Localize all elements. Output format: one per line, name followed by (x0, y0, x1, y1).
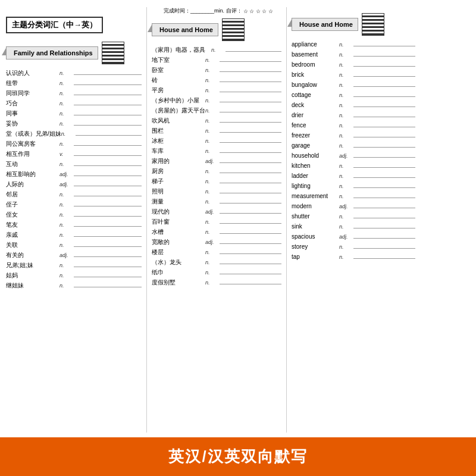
col1-line-5 (74, 125, 142, 126)
col3-list-item: basement n. (292, 51, 415, 59)
col2-header-label: House and Home (159, 26, 213, 33)
col2-chinese-22: 度假别墅 (152, 278, 205, 287)
col3-list-item: drier n. (292, 111, 415, 120)
col1-chinese-14: 侄女 (6, 211, 60, 219)
col3-pos-10: n. (339, 142, 352, 150)
col1-pos-16: n. (60, 231, 73, 239)
col2-list-item: 水槽 n. (152, 228, 281, 236)
col1-chinese-2: 同班同学 (6, 89, 60, 98)
col2-chinese-19: 楼层 (152, 248, 205, 256)
col2-chinese-13: 照明 (152, 187, 205, 196)
col1-line-9 (74, 165, 142, 166)
col2-chinese-4: （乡村中的）小屋 (152, 96, 205, 105)
col3-pos-15: n. (339, 193, 352, 201)
col2-list-item: 宽敞的 adj. (152, 238, 281, 246)
col2-list-item: 平房 n. (152, 86, 281, 95)
col3-list-item: garage n. (292, 142, 415, 150)
col2-list-item: （房屋的）露天平台 n. (152, 107, 281, 115)
col3-pos-5: n. (339, 92, 352, 99)
col2-pos-4: n. (205, 97, 218, 105)
col2-line-10 (220, 162, 281, 163)
col3-list-item: bedroom n. (292, 61, 415, 69)
col3-pos-13: n. (339, 173, 352, 180)
col3-pos-7: n. (339, 112, 352, 120)
col3-line-10 (353, 147, 415, 148)
col1-chinese-3: 巧合 (6, 99, 60, 108)
col2-line-1 (220, 71, 281, 72)
col2-chinese-12: 梯子 (152, 177, 205, 186)
col2-chinese-7: 围栏 (152, 127, 205, 135)
col3-header: House and Home (292, 13, 415, 36)
col3-line-14 (353, 187, 415, 188)
col2-pos-12: n. (205, 178, 218, 186)
col1-header-label: Family and Relationships (14, 49, 93, 57)
col2-list-item: 梯子 n. (152, 177, 281, 186)
col3-list-item: appliance n. (292, 40, 415, 49)
col1-chinese-8: 相互作用 (6, 150, 60, 158)
col3-pos-4: n. (339, 82, 352, 89)
col1-chinese-9: 互动 (6, 160, 60, 168)
col2-chinese-9: 车库 (152, 147, 205, 155)
col1-line-20 (74, 277, 142, 277)
col1-pos-13: n. (60, 201, 73, 209)
divider-1 (146, 7, 147, 433)
col2-line-9 (220, 152, 281, 153)
col3-english-1: basement (292, 51, 339, 59)
col2-line-11 (220, 173, 281, 173)
col3-list-item: shutter n. (292, 212, 415, 221)
col2-list-item: 卧室 n. (152, 66, 281, 74)
col2-list-item: 照明 n. (152, 187, 281, 196)
bottom-banner-text: 英汉/汉英双向默写 (168, 446, 307, 467)
col3-list-item: ladder n. (292, 172, 415, 180)
col2-line-3 (220, 92, 281, 92)
col2-sub-header-text: （家用）电器，器具 (152, 46, 211, 54)
col2-list-item: 吹风机 n. (152, 117, 281, 125)
col3-pos-9: n. (339, 132, 352, 140)
col3-list-item: measurement n. (292, 192, 415, 201)
col1-list-item: 继姐妹 n. (6, 281, 142, 290)
col1-pos-17: n. (60, 242, 73, 249)
col1-chinese-7: 同公寓房客 (6, 140, 60, 148)
col3-english-15: measurement (292, 192, 339, 201)
col1-pos-7: n. (60, 140, 73, 148)
col2-vocab-list: 地下室 n. 卧室 n. 砖 n. 平房 n. （乡村中的）小屋 n. （房屋的… (152, 56, 281, 287)
col1-list-item: 堂（或表）兄弟/姐妹 n. (6, 130, 142, 138)
col1-chinese-11: 人际的 (6, 180, 60, 189)
col3-list-item: deck n. (292, 101, 415, 109)
col2-pos-5: n. (205, 107, 218, 115)
col2-pos-14: n. (205, 198, 218, 206)
col3-list-item: sink n. (292, 223, 415, 231)
col1-list-item: 人际的 adj. (6, 180, 142, 189)
col1-line-8 (74, 155, 142, 156)
col3-list-item: cottage n. (292, 91, 415, 99)
col2-list-item: 砖 n. (152, 76, 281, 84)
col3-line-18 (353, 228, 415, 228)
col1-list-item: 同事 n. (6, 109, 142, 118)
col1-qr-code (102, 42, 124, 64)
col1-pos-3: n. (60, 100, 73, 108)
col3-line-20 (353, 248, 415, 249)
col1-pos-1: n. (60, 80, 73, 87)
col1-line-18 (74, 256, 142, 257)
col2-line-8 (220, 142, 281, 143)
col2-pos-2: n. (205, 77, 218, 84)
col2-pos-19: n. (205, 249, 218, 256)
col3-english-2: bedroom (292, 61, 339, 69)
col3-line-7 (353, 117, 415, 117)
col1-line-2 (74, 95, 142, 95)
col3-line-1 (353, 56, 415, 57)
col3-list-item: modern adj. (292, 202, 415, 211)
col1-chinese-4: 同事 (6, 109, 60, 118)
col3-english-0: appliance (292, 40, 339, 49)
col3-pos-19: adj. (339, 233, 352, 241)
col1-list-item: 妥协 n. (6, 120, 142, 128)
col2-list-item: （乡村中的）小屋 n. (152, 96, 281, 105)
col2-chinese-11: 厨房 (152, 167, 205, 176)
col2-chinese-21: 纸巾 (152, 268, 205, 277)
content-area: 主题分类词汇（中→英） Family and Relationships 认识的… (0, 0, 476, 437)
col1-list-item: 互动 n. (6, 160, 142, 168)
col2-chinese-8: 冰柜 (152, 137, 205, 145)
col2-pos-16: n. (205, 218, 218, 226)
col2-chinese-2: 砖 (152, 76, 205, 84)
col1-pos-15: n. (60, 221, 73, 229)
